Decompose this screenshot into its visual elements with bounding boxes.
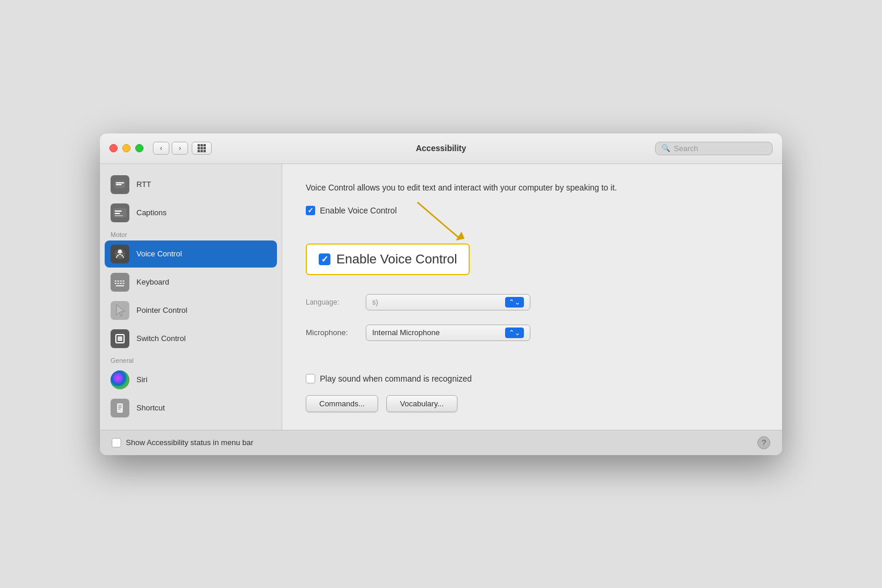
svg-rect-13 [118, 280, 119, 282]
svg-rect-5 [115, 213, 120, 214]
svg-rect-4 [115, 211, 122, 212]
pointer-control-icon [111, 301, 129, 320]
svg-rect-15 [123, 280, 125, 282]
rtt-icon [111, 175, 129, 194]
search-bar[interactable]: 🔍 Search [655, 142, 773, 155]
bottom-section: Play sound when command is recognized Co… [306, 374, 759, 412]
sidebar-item-pointer-control[interactable]: Pointer Control [105, 297, 277, 324]
svg-rect-2 [116, 184, 122, 185]
svg-rect-27 [117, 403, 123, 413]
play-sound-checkbox[interactable] [306, 374, 315, 383]
fullscreen-button[interactable] [135, 144, 143, 152]
sidebar-item-label: Siri [136, 375, 148, 384]
svg-rect-30 [118, 409, 121, 410]
callout-enable-label: Enable Voice Control [336, 252, 457, 267]
description-text: Voice Control allows you to edit text an… [306, 182, 635, 194]
nav-buttons: ‹ › [153, 142, 188, 155]
microphone-select[interactable]: Internal Microphone ⌃⌄ [366, 325, 530, 341]
svg-rect-24 [118, 336, 122, 341]
switch-control-icon [111, 329, 129, 348]
svg-marker-21 [116, 305, 125, 316]
main-content: RTT Captions Motor Voice Control [100, 164, 782, 430]
microphone-label: Microphone: [306, 328, 359, 337]
sidebar-item-siri[interactable]: Siri [105, 366, 277, 393]
sidebar: RTT Captions Motor Voice Control [100, 164, 282, 430]
sidebar-item-captions[interactable]: Captions [105, 199, 277, 226]
sidebar-item-label: Switch Control [136, 334, 186, 343]
keyboard-icon [111, 273, 129, 292]
svg-rect-19 [123, 283, 125, 284]
close-button[interactable] [109, 144, 118, 152]
buttons-row: Commands... Vocabulary... [306, 395, 759, 412]
traffic-lights [109, 144, 143, 152]
shortcut-icon [111, 399, 129, 417]
svg-rect-14 [120, 280, 122, 282]
microphone-chevron-icon: ⌃⌄ [509, 329, 520, 337]
commands-button[interactable]: Commands... [306, 395, 378, 412]
svg-rect-6 [115, 215, 123, 216]
language-label: Language: [306, 298, 359, 306]
show-status-label: Show Accessibility status in menu bar [126, 438, 253, 447]
bottom-bar: Show Accessibility status in menu bar ? [100, 430, 782, 455]
sidebar-item-label: Keyboard [136, 278, 169, 286]
vocabulary-button[interactable]: Vocabulary... [386, 395, 457, 412]
language-select[interactable]: s) ⌃⌄ [366, 294, 530, 310]
sidebar-item-label: Pointer Control [136, 306, 188, 315]
grid-icon [198, 144, 206, 152]
sidebar-item-shortcut[interactable]: Shortcut [105, 395, 277, 422]
checkmark-icon: ✓ [308, 207, 313, 214]
window-title: Accessibility [416, 143, 466, 153]
main-window: ‹ › Accessibility 🔍 Search [100, 133, 782, 455]
sidebar-item-label: Voice Control [136, 249, 182, 258]
annotation-arrow [412, 196, 482, 243]
svg-rect-20 [116, 285, 124, 286]
help-button[interactable]: ? [757, 436, 770, 449]
play-sound-label: Play sound when command is recognized [320, 374, 472, 383]
svg-rect-28 [118, 405, 122, 406]
search-input[interactable]: Search [674, 144, 698, 153]
sidebar-item-label: Captions [136, 208, 166, 217]
svg-rect-16 [115, 283, 116, 284]
language-chevron-icon: ⌃⌄ [509, 298, 520, 306]
microphone-row: Microphone: Internal Microphone ⌃⌄ [306, 325, 759, 341]
annotation-container: ✓ Enable Voice Control [306, 232, 759, 275]
enable-voice-control-checkbox[interactable]: ✓ [306, 206, 315, 215]
sidebar-item-switch-control[interactable]: Switch Control [105, 325, 277, 352]
back-button[interactable]: ‹ [153, 142, 169, 155]
sidebar-item-voice-control[interactable]: Voice Control [105, 240, 277, 268]
microphone-value-text: Internal Microphone [372, 328, 500, 337]
grid-view-button[interactable] [192, 142, 212, 155]
sidebar-item-keyboard[interactable]: Keyboard [105, 269, 277, 296]
svg-rect-17 [118, 283, 119, 284]
siri-icon [111, 370, 129, 389]
play-sound-row[interactable]: Play sound when command is recognized [306, 374, 759, 383]
titlebar: ‹ › Accessibility 🔍 Search [100, 133, 782, 164]
sidebar-item-label: RTT [136, 180, 151, 189]
show-status-checkbox[interactable] [112, 438, 121, 447]
enable-voice-control-row[interactable]: ✓ Enable Voice Control [306, 206, 759, 215]
search-icon: 🔍 [662, 144, 670, 152]
minimize-button[interactable] [122, 144, 131, 152]
enable-voice-control-label: Enable Voice Control [320, 206, 397, 215]
svg-rect-29 [118, 407, 122, 408]
voice-control-icon [111, 245, 129, 263]
general-section-label: General [105, 353, 277, 365]
captions-icon [111, 203, 129, 222]
callout-checkmark-icon: ✓ [321, 254, 329, 265]
svg-rect-1 [116, 182, 124, 183]
svg-rect-18 [120, 283, 122, 284]
sidebar-item-rtt[interactable]: RTT [105, 171, 277, 198]
svg-point-25 [111, 370, 129, 389]
svg-rect-12 [115, 280, 116, 282]
svg-marker-32 [456, 232, 465, 240]
sidebar-item-label: Shortcut [136, 403, 165, 412]
motor-section-label: Motor [105, 228, 277, 239]
forward-button[interactable]: › [172, 142, 188, 155]
callout-box: ✓ Enable Voice Control [306, 243, 470, 275]
language-value-text: s) [372, 298, 500, 306]
show-status-row[interactable]: Show Accessibility status in menu bar [112, 438, 253, 447]
callout-enable-checkbox[interactable]: ✓ [319, 253, 330, 265]
detail-panel: Voice Control allows you to edit text an… [282, 164, 782, 430]
language-row: Language: s) ⌃⌄ [306, 294, 759, 310]
